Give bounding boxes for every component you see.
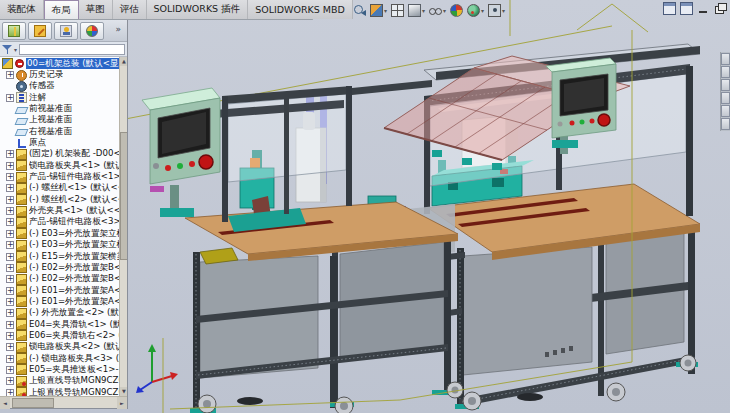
- tree-horizontal-scrollbar[interactable]: ◄ ►: [0, 396, 127, 408]
- tab-sketch[interactable]: 草图: [79, 0, 113, 19]
- view-settings-button[interactable]: ▾: [487, 3, 506, 18]
- display-style-button[interactable]: ▾: [407, 3, 426, 18]
- dropdown-arrow-icon[interactable]: ▾: [443, 7, 446, 14]
- tree-item-root[interactable]: 00=机架总装 (默认<显示状态-1>): [1, 58, 119, 69]
- tree-row[interactable]: + E04=夹具滑轨<1> (默认): [1, 319, 119, 330]
- tab-solidworks-addins[interactable]: SOLIDWORKS 插件: [147, 0, 249, 19]
- tree-row[interactable]: + (-) 外壳放置盒<2> (默认): [1, 308, 119, 319]
- tree-row[interactable]: + (-) E02=外壳放置架B<1>: [1, 262, 119, 273]
- tree-item-right-plane[interactable]: 右视基准面: [1, 126, 119, 137]
- expand-toggle[interactable]: +: [6, 253, 14, 261]
- expand-toggle[interactable]: +: [6, 218, 14, 226]
- expand-toggle[interactable]: +: [6, 355, 14, 363]
- taskpane-tab-5[interactable]: [721, 105, 730, 117]
- expand-toggle[interactable]: +: [6, 389, 14, 396]
- tab-layout[interactable]: 布局: [44, 0, 79, 19]
- filter-dropdown-icon[interactable]: ▾: [14, 46, 17, 53]
- dropdown-arrow-icon[interactable]: ▾: [422, 7, 425, 14]
- expand-toggle[interactable]: +: [6, 275, 14, 283]
- tree-row[interactable]: + (-) E01=外壳放置架A<2>: [1, 296, 119, 307]
- tree-row[interactable]: + (-) 螺丝机<1> (默认<<默认>_显示状态 1>): [1, 183, 119, 194]
- tree-row[interactable]: + (-) E02=外壳放置架B<2>: [1, 274, 119, 285]
- displaymanager-tab[interactable]: [80, 22, 104, 40]
- scroll-left-arrow[interactable]: ◄: [0, 397, 10, 409]
- taskpane-tab-4[interactable]: [721, 92, 730, 104]
- tab-label: SOLIDWORKS MBD: [255, 4, 345, 15]
- filter-input[interactable]: [19, 44, 125, 55]
- expand-toggle[interactable]: +: [6, 366, 14, 374]
- expand-toggle[interactable]: +: [6, 309, 14, 317]
- scroll-thumb[interactable]: [120, 132, 127, 261]
- tree-item-history[interactable]: + 历史记录: [1, 69, 119, 80]
- tree-row[interactable]: + (-) 螺丝机<2> (默认<<默认>_显示状态 1>): [1, 194, 119, 205]
- expand-toggle[interactable]: +: [6, 150, 14, 158]
- tree-row[interactable]: + 上银直线导轨MGN9CZ0<2>: [1, 387, 119, 396]
- tree-row[interactable]: + 锁电路板夹具<1> (默认<<默认>_显示状态 1>): [1, 160, 119, 171]
- tree-item-front-plane[interactable]: 前视基准面: [1, 103, 119, 114]
- doc-window-button-2[interactable]: [680, 2, 693, 15]
- expand-toggle[interactable]: +: [6, 173, 14, 181]
- expand-toggle[interactable]: +: [6, 287, 14, 295]
- featuremanager-tree-tab[interactable]: [2, 22, 26, 40]
- expand-toggle[interactable]: +: [6, 71, 14, 79]
- expand-toggle[interactable]: +: [6, 264, 14, 272]
- restore-button[interactable]: [714, 2, 727, 15]
- tree-row[interactable]: + (-) E15=外壳放置架横梁<1>: [1, 251, 119, 262]
- tree-row[interactable]: + (-) E03=外壳放置架立柱<1>: [1, 228, 119, 239]
- taskpane-tab-2[interactable]: [721, 66, 730, 78]
- taskpane-tab-1[interactable]: [721, 53, 730, 65]
- tab-evaluate[interactable]: 评估: [113, 0, 147, 19]
- filter-funnel-icon[interactable]: [2, 44, 12, 54]
- tree-row[interactable]: + (-) E01=外壳放置架A<1>: [1, 285, 119, 296]
- hide-show-items-button[interactable]: ▾: [428, 3, 447, 18]
- tree-item-origin[interactable]: 原点: [1, 137, 119, 148]
- expand-toggle[interactable]: +: [6, 94, 14, 102]
- tree-row[interactable]: + 锁电路板夹具<2> (默认): [1, 342, 119, 353]
- expand-toggle[interactable]: +: [6, 343, 14, 351]
- tree-vertical-scrollbar[interactable]: ▲ ▼: [119, 57, 127, 396]
- panel-toolbar-overflow[interactable]: »: [115, 24, 123, 34]
- dropdown-arrow-icon[interactable]: ▾: [481, 7, 484, 14]
- dropdown-arrow-icon[interactable]: ▾: [384, 7, 387, 14]
- expand-toggle[interactable]: +: [6, 377, 14, 385]
- scroll-down-arrow[interactable]: ▼: [120, 387, 127, 396]
- tree-row[interactable]: + 产品-锡钮件电路板<3> (默认): [1, 217, 119, 228]
- scroll-thumb[interactable]: [12, 398, 54, 408]
- scroll-right-arrow[interactable]: ►: [117, 397, 127, 409]
- tree-row[interactable]: + (-) E03=外壳放置架立柱<2>: [1, 240, 119, 251]
- tree-item-sensors[interactable]: 传感器: [1, 81, 119, 92]
- expand-toggle[interactable]: +: [6, 230, 14, 238]
- expand-toggle[interactable]: +: [6, 332, 14, 340]
- tree-row[interactable]: + (-) 锁电路板夹具<3> (默认): [1, 353, 119, 364]
- scroll-up-arrow[interactable]: ▲: [120, 57, 127, 66]
- minimize-button[interactable]: [697, 2, 710, 15]
- edit-appearance-button[interactable]: [449, 3, 464, 18]
- doc-window-button-1[interactable]: [663, 2, 676, 15]
- tree-row[interactable]: + 产品-锡钮件电路板<1> (默认): [1, 171, 119, 182]
- expand-toggle[interactable]: +: [6, 184, 14, 192]
- apply-scene-button[interactable]: ▾: [466, 3, 485, 18]
- previous-view-button[interactable]: [352, 3, 367, 18]
- view-orientation-button[interactable]: [390, 3, 405, 18]
- expand-toggle[interactable]: +: [6, 321, 14, 329]
- taskpane-tab-3[interactable]: [721, 79, 730, 91]
- tree-item-top-plane[interactable]: 上视基准面: [1, 115, 119, 126]
- tree-row[interactable]: + E06=夹具滑轨右<2> (默认): [1, 330, 119, 341]
- tree-row[interactable]: + 外壳夹具<1> (默认<<默认>_显示状态 1>): [1, 205, 119, 216]
- expand-toggle[interactable]: +: [6, 196, 14, 204]
- expand-toggle[interactable]: +: [6, 298, 14, 306]
- expand-toggle[interactable]: +: [6, 207, 14, 215]
- expand-toggle[interactable]: +: [6, 241, 14, 249]
- expand-toggle[interactable]: +: [6, 162, 14, 170]
- propertymanager-tab[interactable]: [28, 22, 52, 40]
- tree-row[interactable]: + E05=夹具推送板<1>->: [1, 364, 119, 375]
- tab-assembly[interactable]: 装配体: [0, 0, 44, 19]
- tree-row[interactable]: + 上银直线导轨MGN9CZ0<1>: [1, 376, 119, 387]
- tree-item-annotations[interactable]: + 注解: [1, 92, 119, 103]
- tree-row[interactable]: + (固定) 机架装配 -D00<1>: [1, 149, 119, 160]
- configurationmanager-tab[interactable]: [54, 22, 78, 40]
- tab-solidworks-mbd[interactable]: SOLIDWORKS MBD: [248, 0, 353, 19]
- section-view-button[interactable]: ▾: [369, 3, 388, 18]
- taskpane-tab-6[interactable]: [721, 118, 730, 130]
- dropdown-arrow-icon[interactable]: ▾: [502, 7, 505, 14]
